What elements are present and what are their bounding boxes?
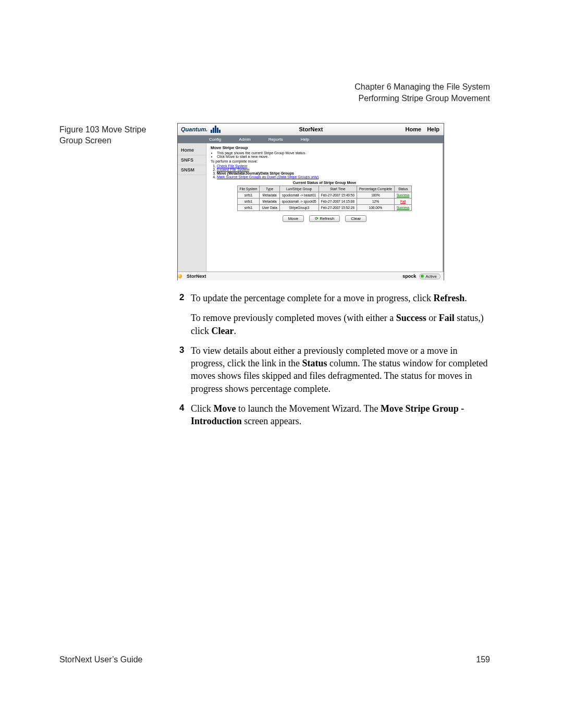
move-term: Move	[214, 403, 236, 414]
footer-status-label: Active	[425, 274, 437, 279]
text: or	[426, 313, 439, 323]
status-link-success[interactable]: Success	[397, 206, 410, 209]
screenshot-main: Move Stripe Group This page shows the cu…	[206, 143, 444, 272]
cell-start: Feb-27-2007 15:49:50	[319, 192, 357, 199]
menu-admin[interactable]: Admin	[239, 137, 251, 142]
footer-host: spock	[402, 274, 416, 279]
step-4: 4 Click Move to launch the Movement Wiza…	[179, 402, 489, 428]
table-row: snfs1 Metadata spocksmall -> beast01 Feb…	[237, 192, 412, 199]
text: Click	[191, 403, 214, 414]
status-dot-icon	[421, 275, 424, 278]
table-caption: Current Status of Stripe Group Move	[211, 181, 438, 184]
cell-lun: StripeGroup3	[279, 205, 319, 211]
step-paragraphs: To update the percentage complete for a …	[191, 292, 489, 337]
step-4-p1: Click Move to launch the Movement Wizard…	[191, 402, 489, 428]
perform-steps: Check File System Expand File System Mov…	[217, 164, 438, 179]
sidebar-snsm[interactable]: SNSM	[178, 165, 206, 175]
menu-config[interactable]: Config	[209, 137, 221, 142]
step-2-p2: To remove previously completed moves (wi…	[191, 312, 489, 337]
refresh-button-label: Refresh	[320, 216, 334, 221]
clear-term: Clear	[211, 326, 234, 336]
table-row: snfs1 User Data StripeGroup3 Feb-27-2007…	[237, 205, 412, 211]
fail-term: Fail	[439, 313, 455, 323]
footer-page-number: 159	[476, 655, 490, 664]
refresh-term: Refresh	[434, 293, 465, 303]
text: .	[234, 326, 236, 336]
screenshot-footer: StorNext spock Active	[178, 272, 444, 280]
cell-fs: snfs1	[237, 205, 260, 211]
panel-bullets: This page shows the current Stripe Group…	[217, 151, 438, 158]
brand-label: Quantum.	[178, 126, 207, 132]
success-term: Success	[396, 313, 426, 323]
figure-caption: Figure 103 Move Stripe Group Screen	[59, 125, 164, 146]
page: Chapter 6 Managing the File System Perfo…	[0, 0, 563, 728]
text: to launch the Movement Wizard. The	[236, 403, 381, 414]
header-line-1: Chapter 6 Managing the File System	[354, 81, 490, 93]
status-link-success[interactable]: Success	[397, 193, 410, 197]
step-3: 3 To view details about either a previou…	[179, 344, 489, 395]
header-line-2: Performing Stripe Group Movement	[354, 93, 490, 104]
text: .	[464, 293, 467, 303]
cell-pct: 12%	[357, 199, 395, 205]
col-start: Start Time	[319, 186, 357, 192]
status-term: Status	[302, 358, 327, 368]
menu-reports[interactable]: Reports	[268, 137, 283, 142]
move-button[interactable]: Move	[283, 215, 304, 222]
sidebar-snfs[interactable]: SNFS	[178, 155, 206, 165]
screenshot-move-stripe-group: Quantum. StorNext Home Help Config Admin…	[177, 123, 444, 280]
menu-help[interactable]: Help	[301, 137, 309, 142]
step-3-p1: To view details about either a previousl…	[191, 344, 489, 395]
col-pct: Percentage Complete	[357, 186, 395, 192]
perform-label: To perform a complete move:	[211, 159, 438, 163]
cell-start: Feb-27-2007 15:52:26	[319, 205, 357, 211]
titlebar-links: Home Help	[401, 126, 444, 132]
refresh-button[interactable]: ⟳Refresh	[309, 215, 340, 222]
panel-bullet-2: Click Move to start a new move.	[217, 155, 438, 158]
step-link-expand[interactable]: Expand File System	[217, 168, 249, 171]
footer-guide-name: StorNext User’s Guide	[59, 655, 142, 664]
table-header-row: File System Type Lun/Stripe Group Start …	[237, 186, 412, 192]
brand-bars-icon	[211, 126, 221, 133]
step-paragraphs: To view details about either a previousl…	[191, 344, 489, 395]
app-title: StorNext	[221, 126, 401, 132]
cell-pct: 100.00%	[357, 205, 395, 211]
status-link-fail[interactable]: Fail	[400, 200, 406, 203]
button-row: Move ⟳Refresh Clear	[211, 215, 438, 222]
step-number: 4	[179, 402, 191, 428]
text: screen appears.	[242, 416, 301, 426]
table-row: snfs1 Metadata spocksmall -> spock05 Feb…	[237, 199, 412, 205]
home-link[interactable]: Home	[406, 126, 422, 132]
step-link-mark-down[interactable]: Mark Source Stripe Groups as Down (Data …	[217, 175, 319, 179]
col-lun: Lun/Stripe Group	[279, 186, 319, 192]
step-number: 3	[179, 344, 191, 395]
step-number: 2	[179, 292, 191, 337]
screenshot-titlebar: Quantum. StorNext Home Help	[178, 124, 444, 135]
sidebar-home[interactable]: Home	[178, 145, 206, 155]
cell-lun: spocksmall -> spock05	[279, 199, 319, 205]
step-move: Move (Metadata/Journal)/Data Stripe Grou…	[217, 171, 294, 175]
cell-type: User Data	[260, 205, 279, 211]
col-type: Type	[260, 186, 279, 192]
cell-type: Metadata	[260, 192, 279, 199]
status-table: File System Type Lun/Stripe Group Start …	[237, 186, 412, 211]
cell-lun: spocksmall -> beast01	[279, 192, 319, 199]
text: To update the percentage complete for a …	[191, 293, 434, 303]
cell-fs: snfs1	[237, 199, 260, 205]
cell-pct: 100%	[357, 192, 395, 199]
step-paragraphs: Click Move to launch the Movement Wizard…	[191, 402, 489, 428]
refresh-icon: ⟳	[315, 216, 319, 221]
col-status: Status	[394, 186, 412, 192]
col-fs: File System	[237, 186, 260, 192]
screenshot-sidebar: Home SNFS SNSM	[178, 143, 206, 272]
cell-type: Metadata	[260, 199, 279, 205]
footer-status-pill: Active	[419, 274, 440, 279]
product-orb-icon	[178, 274, 182, 278]
clear-button[interactable]: Clear	[345, 215, 366, 222]
step-2: 2 To update the percentage complete for …	[179, 292, 489, 337]
step-link-check[interactable]: Check File System	[217, 164, 247, 168]
panel-bullet-1: This page shows the current Stripe Group…	[217, 151, 438, 155]
text: To remove previously completed moves (wi…	[191, 313, 396, 323]
cell-fs: snfs1	[237, 192, 260, 199]
screenshot-body: Home SNFS SNSM Move Stripe Group This pa…	[178, 143, 444, 272]
help-link[interactable]: Help	[427, 126, 439, 132]
